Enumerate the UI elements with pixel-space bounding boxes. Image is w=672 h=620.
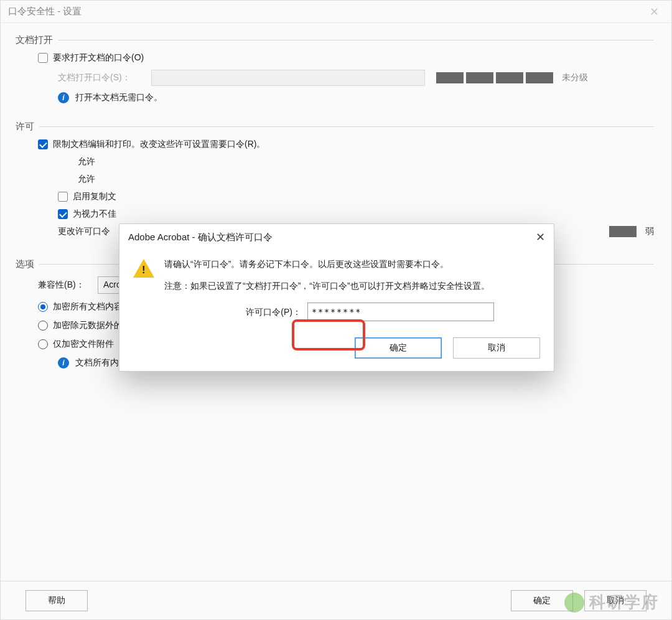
- permissions-password-input[interactable]: [307, 303, 494, 321]
- modal-cancel-button[interactable]: 取消: [453, 337, 540, 359]
- watermark-text: 科研学府: [589, 591, 659, 613]
- modal-ok-button[interactable]: 确定: [355, 337, 442, 359]
- confirm-permissions-password-dialog: Adobe Acrobat - 确认文档许可口令 ✕ 请确认“许可口令”。请务必…: [119, 223, 554, 372]
- warning-icon: [133, 256, 154, 278]
- modal-ok-label: 确定: [390, 342, 407, 354]
- modal-password-label: 许可口令(P)：: [164, 304, 301, 320]
- modal-cancel-label: 取消: [488, 342, 505, 354]
- modal-titlebar: Adobe Acrobat - 确认文档许可口令 ✕: [119, 224, 554, 250]
- modal-body: 请确认“许可口令”。请务必记下本口令。以后更改这些设置时需要本口令。 注意：如果…: [119, 250, 554, 332]
- security-settings-window: 口令安全性 - 设置 ✕ 文档打开 要求打开文档的口令(O) 文档打开口令(S)…: [0, 0, 672, 620]
- modal-message-1: 请确认“许可口令”。请务必记下本口令。以后更改这些设置时需要本口令。: [164, 256, 494, 272]
- modal-text: 请确认“许可口令”。请务必记下本口令。以后更改这些设置时需要本口令。 注意：如果…: [164, 256, 494, 321]
- modal-password-row: 许可口令(P)：: [164, 303, 494, 321]
- watermark: 科研学府: [564, 591, 659, 613]
- close-icon[interactable]: ✕: [536, 230, 545, 244]
- watermark-icon: [564, 593, 584, 613]
- modal-actions: 确定 取消: [119, 332, 554, 371]
- modal-message-2: 注意：如果已设置了“文档打开口令”，“许可口令”也可以打开文档并略过安全性设置。: [164, 278, 494, 294]
- modal-title: Adobe Acrobat - 确认文档许可口令: [128, 232, 273, 243]
